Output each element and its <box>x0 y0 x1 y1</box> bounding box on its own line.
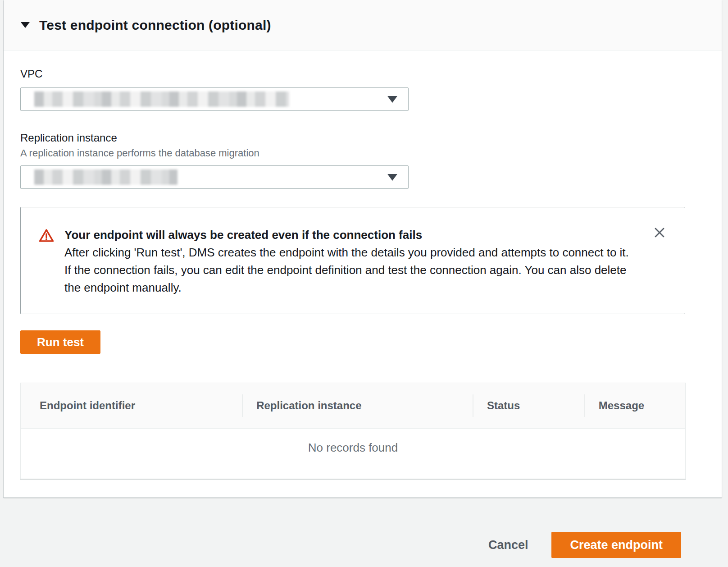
vpc-label: VPC <box>20 68 685 80</box>
chevron-down-icon <box>387 174 397 181</box>
test-results-table: Endpoint identifier Replication instance… <box>20 383 686 479</box>
vpc-select[interactable] <box>20 87 409 111</box>
cancel-button[interactable]: Cancel <box>488 538 528 552</box>
test-endpoint-connection-panel: Test endpoint connection (optional) VPC … <box>4 0 722 498</box>
alert-text: Your endpoint will always be created eve… <box>64 226 635 297</box>
replication-instance-description: A replication instance performs the data… <box>20 147 685 159</box>
vpc-selected-value-redacted <box>34 91 289 107</box>
section-header-toggle[interactable]: Test endpoint connection (optional) <box>4 0 722 50</box>
replication-instance-selected-value-redacted <box>34 169 177 185</box>
table-header-row: Endpoint identifier Replication instance… <box>21 383 685 428</box>
replication-instance-select[interactable] <box>20 165 409 189</box>
section-title: Test endpoint connection (optional) <box>39 18 271 33</box>
warning-alert: Your endpoint will always be created eve… <box>20 207 685 314</box>
replication-instance-label: Replication instance <box>20 132 685 144</box>
empty-state-text: No records found <box>21 428 685 479</box>
alert-body: After clicking 'Run test', DMS creates t… <box>64 244 635 297</box>
chevron-down-icon <box>387 96 397 103</box>
section-collapse-triangle-icon <box>21 22 30 28</box>
empty-state-row: No records found <box>21 428 685 479</box>
column-header-message: Message <box>584 383 685 428</box>
column-header-replication-instance: Replication instance <box>242 383 473 428</box>
warning-triangle-icon <box>39 229 54 244</box>
form-footer-actions: Cancel Create endpoint <box>0 532 681 558</box>
column-header-status: Status <box>473 383 584 428</box>
alert-title: Your endpoint will always be created eve… <box>64 226 635 244</box>
close-icon[interactable] <box>651 224 669 242</box>
run-test-button[interactable]: Run test <box>20 330 100 354</box>
column-header-endpoint-identifier: Endpoint identifier <box>21 383 242 428</box>
create-endpoint-button[interactable]: Create endpoint <box>551 532 681 558</box>
section-content: VPC Replication instance A replication i… <box>4 68 722 479</box>
